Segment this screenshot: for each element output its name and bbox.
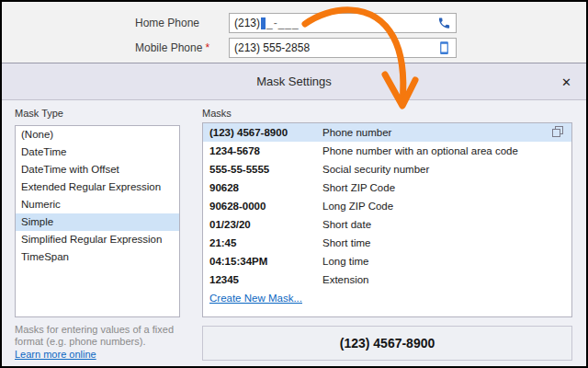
mask-type-item[interactable]: Simple <box>16 213 179 231</box>
required-asterisk: * <box>205 41 209 54</box>
create-new-mask-link[interactable]: Create New Mask... <box>203 289 571 307</box>
close-icon[interactable]: ✕ <box>561 63 571 100</box>
mask-type-item[interactable]: Simplified Regular Expression <box>16 231 179 248</box>
mask-type-description: Masks for entering values of a fixed for… <box>15 324 189 348</box>
mask-row[interactable]: (123) 4567-8900Phone number <box>203 123 571 142</box>
mask-preview-box: (123) 4567-8900 <box>202 326 572 361</box>
mask-type-item[interactable]: Extended Regular Expression <box>16 178 179 196</box>
mask-row[interactable]: 555-55-5555Social security number <box>203 160 571 178</box>
mobile-phone-label-text: Mobile Phone <box>135 41 202 54</box>
mask-settings-dialog: Mask Settings ✕ Mask Type (None)DateTime… <box>2 63 586 366</box>
mask-value: 04:15:34PM <box>203 252 322 270</box>
mask-type-label: Mask Type <box>15 108 63 119</box>
mask-value: 21:45 <box>203 234 322 252</box>
mask-type-listbox: (None)DateTimeDateTime with OffsetExtend… <box>15 125 180 317</box>
mask-value: 555-55-5555 <box>203 160 322 178</box>
mask-type-item[interactable]: DateTime <box>16 144 179 161</box>
mask-value: 01/23/20 <box>203 215 322 234</box>
mask-row[interactable]: 04:15:34PMLong time <box>203 252 571 270</box>
mask-row[interactable]: 90628-0000Long ZIP Code <box>203 197 571 215</box>
mask-value: 90628 <box>203 178 322 197</box>
home-phone-label-text: Home Phone <box>135 17 199 29</box>
mask-type-item[interactable]: Numeric <box>16 196 179 213</box>
mask-description: Long ZIP Code <box>322 197 393 215</box>
phone-icon[interactable] <box>437 17 451 30</box>
screen: Home Phone (213) _-___ Mobile Phone* (21… <box>0 0 588 368</box>
mask-type-item[interactable]: TimeSpan <box>16 248 179 266</box>
mask-value: 12345 <box>203 270 322 289</box>
mask-row[interactable]: 90628Short ZIP Code <box>203 178 571 197</box>
mask-description: Short date <box>322 215 371 234</box>
mask-description: Short ZIP Code <box>322 178 395 197</box>
learn-more-link[interactable]: Learn more online <box>15 349 96 360</box>
home-phone-input[interactable]: (213) _-___ <box>229 13 457 33</box>
home-phone-mask-placeholder: _-___ <box>266 17 300 29</box>
dialog-title: Mask Settings <box>2 63 586 100</box>
mask-row[interactable]: 01/23/20Short date <box>203 215 571 234</box>
duplicate-icon[interactable] <box>552 126 564 138</box>
home-phone-value: (213) <box>234 17 260 29</box>
masks-listbox: (123) 4567-8900Phone number1234-5678Phon… <box>202 122 572 317</box>
masks-label: Masks <box>202 108 232 119</box>
description-line-2: format (e.g. phone numbers). <box>15 336 145 347</box>
mask-preview-value: (123) 4567-8900 <box>340 336 435 351</box>
mask-row[interactable]: 1234-5678Phone number with an optional a… <box>203 142 571 160</box>
mask-type-item[interactable]: (None) <box>16 126 179 144</box>
mask-row[interactable]: 12345Extension <box>203 270 571 289</box>
mask-row[interactable]: 21:45Short time <box>203 234 571 252</box>
mask-value: (123) 4567-8900 <box>203 123 322 142</box>
mask-description: Long time <box>322 252 369 270</box>
mask-value: 90628-0000 <box>203 197 322 215</box>
dialog-header: Mask Settings ✕ <box>2 63 586 100</box>
phone-form: Home Phone (213) _-___ Mobile Phone* (21… <box>2 2 586 62</box>
mobile-phone-value: (213) 555-2858 <box>234 41 310 54</box>
mask-description: Phone number <box>322 123 391 142</box>
mask-value: 1234-5678 <box>203 142 322 160</box>
text-caret <box>261 17 266 29</box>
home-phone-label: Home Phone <box>135 17 199 29</box>
mask-description: Social security number <box>322 160 429 178</box>
mask-description: Phone number with an optional area code <box>322 142 518 160</box>
mask-type-item[interactable]: DateTime with Offset <box>16 161 179 178</box>
mobile-phone-label: Mobile Phone* <box>135 41 209 54</box>
mask-description: Short time <box>322 234 370 252</box>
mask-description: Extension <box>322 270 369 289</box>
description-line-1: Masks for entering values of a fixed <box>15 324 174 335</box>
mobile-phone-icon[interactable] <box>437 41 451 55</box>
mobile-phone-input[interactable]: (213) 555-2858 <box>229 38 457 58</box>
